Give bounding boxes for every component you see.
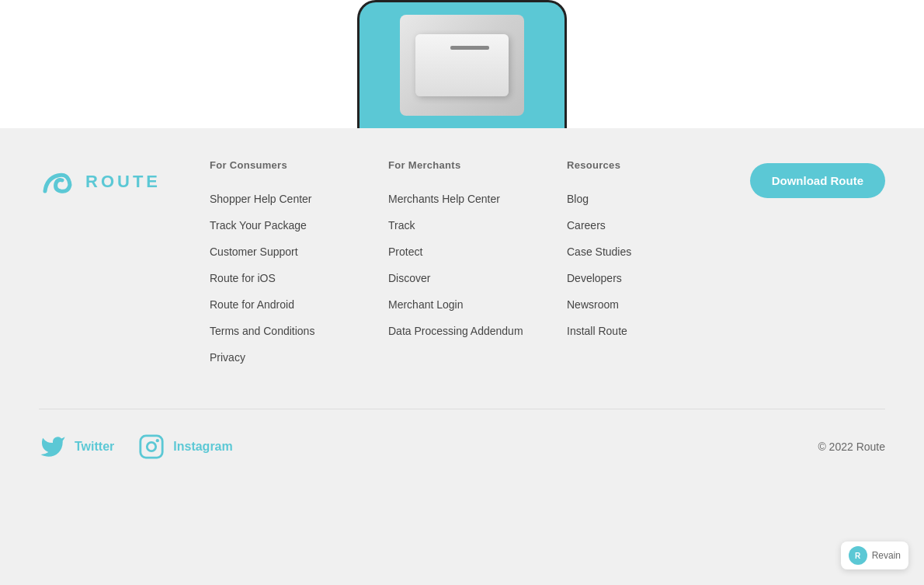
route-for-android-link[interactable]: Route for Android [210,298,357,311]
merchant-login-link[interactable]: Merchant Login [388,298,536,311]
instagram-label: Instagram [173,440,232,454]
revain-label: Revain [872,550,901,561]
svg-rect-0 [141,436,162,458]
protect-link[interactable]: Protect [388,245,536,258]
consumers-column: For Consumers Shopper Help Center Track … [194,159,373,378]
svg-point-1 [148,442,156,451]
privacy-link[interactable]: Privacy [210,351,357,364]
resources-column: Resources Blog Careers Case Studies Deve… [551,159,730,378]
download-route-button[interactable]: Download Route [750,163,885,198]
phone-mockup [357,0,567,128]
product-image [400,15,524,116]
resources-header: Resources [567,159,714,171]
instagram-icon [137,433,165,461]
shopper-help-center-link[interactable]: Shopper Help Center [210,193,357,205]
footer-top: ROUTE For Consumers Shopper Help Center … [39,159,885,409]
route-for-ios-link[interactable]: Route for iOS [210,272,357,284]
customer-support-link[interactable]: Customer Support [210,245,357,258]
revain-badge[interactable]: R Revain [841,541,908,569]
case-studies-link[interactable]: Case Studies [567,245,714,258]
top-hero-section [0,0,924,128]
footer: ROUTE For Consumers Shopper Help Center … [0,128,924,585]
copyright: © 2022 Route [818,440,885,453]
twitter-label: Twitter [75,440,114,454]
track-link[interactable]: Track [388,219,536,232]
instagram-link[interactable]: Instagram [137,433,232,461]
footer-columns: For Consumers Shopper Help Center Track … [194,159,730,378]
route-logo-icon [39,163,76,200]
footer-bottom: Twitter Instagram © 2022 Route [39,409,885,492]
logo-text: ROUTE [85,172,161,192]
consumers-header: For Consumers [210,159,357,171]
social-links: Twitter Instagram [39,433,233,461]
logo[interactable]: ROUTE [39,163,194,200]
download-area: Download Route [730,159,885,198]
blog-link[interactable]: Blog [567,193,714,205]
careers-link[interactable]: Careers [567,219,714,232]
svg-point-2 [156,439,159,442]
logo-area: ROUTE [39,159,194,200]
terms-conditions-link[interactable]: Terms and Conditions [210,325,357,337]
developers-link[interactable]: Developers [567,272,714,284]
merchants-header: For Merchants [388,159,536,171]
twitter-icon [39,433,67,461]
newsroom-link[interactable]: Newsroom [567,298,714,311]
merchants-column: For Merchants Merchants Help Center Trac… [373,159,551,378]
install-route-link[interactable]: Install Route [567,325,714,337]
twitter-link[interactable]: Twitter [39,433,114,461]
discover-link[interactable]: Discover [388,272,536,284]
data-processing-link[interactable]: Data Processing Addendum [388,325,536,337]
merchants-help-center-link[interactable]: Merchants Help Center [388,193,536,205]
revain-icon: R [849,546,867,565]
track-your-package-link[interactable]: Track Your Package [210,219,357,232]
